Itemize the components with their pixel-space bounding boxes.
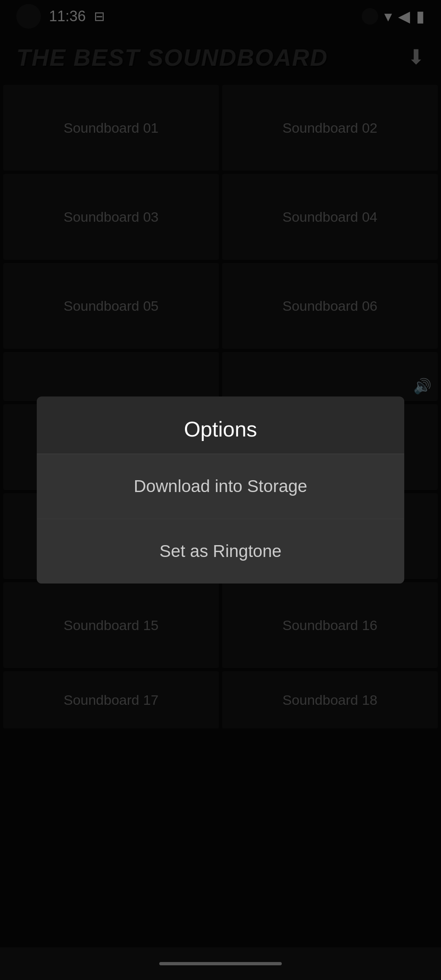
set-as-ringtone-button[interactable]: Set as Ringtone xyxy=(37,519,404,584)
download-into-storage-button[interactable]: Download into Storage xyxy=(37,454,404,519)
modal-title: Options xyxy=(184,417,257,441)
nav-bar xyxy=(0,947,441,980)
home-indicator xyxy=(159,962,282,965)
options-modal: Options Download into Storage Set as Rin… xyxy=(37,396,404,584)
modal-title-area: Options xyxy=(37,396,404,454)
